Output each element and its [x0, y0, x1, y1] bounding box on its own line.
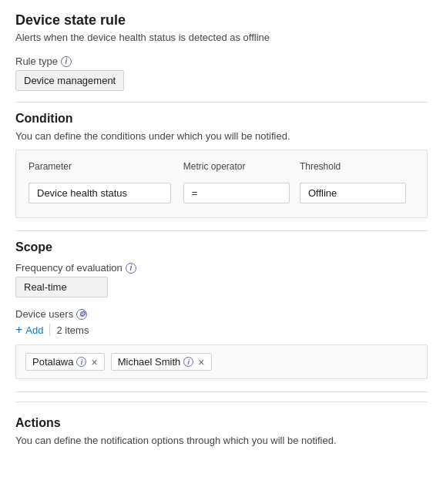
actions-desc: You can define the notification options … — [15, 435, 428, 446]
tag-item-potalawa: Potalawa i × — [25, 353, 105, 371]
frequency-field: Frequency of evaluation i Real-time — [15, 262, 428, 297]
frequency-info-icon[interactable]: i — [126, 263, 136, 274]
condition-operator-value: = — [183, 183, 290, 203]
items-count: 2 items — [56, 324, 89, 336]
tag-item-michael-smith: Michael Smith i × — [111, 353, 212, 371]
add-bar-divider — [49, 324, 50, 336]
divider-1 — [15, 102, 428, 102]
condition-title: Condition — [15, 112, 428, 126]
page-title: Device state rule — [15, 12, 428, 29]
rule-type-field: Rule type i Device management — [15, 55, 428, 91]
condition-operator-cell: = — [183, 180, 298, 207]
condition-threshold-value: Offline — [300, 183, 406, 203]
condition-table: Parameter Metric operator Threshold Devi… — [27, 160, 416, 208]
col-header-parameter: Parameter — [29, 161, 182, 178]
scope-title: Scope — [15, 240, 428, 254]
device-users-field: Device users ⚙ + Add 2 items Potalawa i … — [15, 308, 428, 379]
divider-2 — [15, 230, 428, 231]
col-header-metric-operator: Metric operator — [183, 161, 298, 178]
tag-label-potalawa: Potalawa — [32, 356, 73, 368]
tags-box: Potalawa i × Michael Smith i × — [15, 344, 428, 379]
divider-3 — [15, 391, 428, 392]
condition-row: Device health status = Offline — [29, 180, 414, 207]
device-users-label: Device users ⚙ — [15, 308, 428, 320]
tag-info-icon-potalawa[interactable]: i — [76, 357, 86, 367]
add-bar: + Add 2 items — [15, 323, 428, 337]
scope-section: Scope Frequency of evaluation i Real-tim… — [15, 240, 428, 379]
condition-parameter-cell: Device health status — [29, 180, 182, 207]
actions-section: Actions You can define the notification … — [15, 402, 428, 446]
page-subtitle: Alerts when the device health status is … — [15, 32, 428, 43]
rule-type-value: Device management — [15, 70, 124, 91]
condition-threshold-cell: Offline — [300, 180, 414, 207]
tag-close-potalawa[interactable]: × — [91, 357, 97, 368]
tag-info-icon-michael-smith[interactable]: i — [183, 357, 193, 367]
frequency-value: Real-time — [15, 277, 108, 297]
actions-title: Actions — [15, 416, 428, 430]
condition-box: Parameter Metric operator Threshold Devi… — [15, 150, 428, 218]
rule-type-info-icon[interactable]: i — [61, 56, 72, 67]
condition-parameter-value: Device health status — [29, 183, 171, 203]
frequency-label: Frequency of evaluation i — [15, 262, 428, 274]
plus-icon: + — [15, 323, 22, 337]
col-header-threshold: Threshold — [300, 161, 414, 178]
rule-type-label: Rule type i — [15, 55, 428, 67]
tag-close-michael-smith[interactable]: × — [198, 357, 204, 368]
device-users-info-icon[interactable]: ⚙ — [76, 309, 87, 320]
condition-section: Condition You can define the conditions … — [15, 112, 428, 218]
condition-desc: You can define the conditions under whic… — [15, 130, 428, 142]
add-button[interactable]: + Add — [15, 323, 43, 337]
tag-label-michael-smith: Michael Smith — [118, 356, 181, 368]
